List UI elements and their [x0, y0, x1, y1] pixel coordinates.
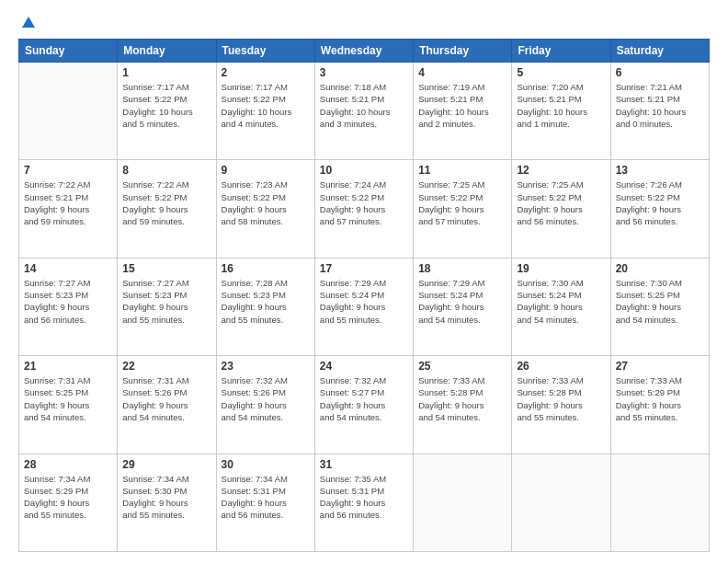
calendar-cell: 22Sunrise: 7:31 AM Sunset: 5:26 PM Dayli…: [118, 356, 216, 454]
weekday-header-friday: Friday: [512, 40, 610, 63]
calendar-cell: 21Sunrise: 7:31 AM Sunset: 5:25 PM Dayli…: [19, 356, 118, 454]
calendar-cell: 18Sunrise: 7:29 AM Sunset: 5:24 PM Dayli…: [414, 258, 512, 355]
day-number: 30: [222, 458, 310, 471]
day-number: 24: [320, 360, 408, 373]
calendar-cell: 19Sunrise: 7:30 AM Sunset: 5:24 PM Dayli…: [512, 258, 610, 355]
day-info: Sunrise: 7:31 AM Sunset: 5:26 PM Dayligh…: [122, 374, 210, 423]
day-info: Sunrise: 7:21 AM Sunset: 5:21 PM Dayligh…: [616, 81, 704, 130]
logo: [18, 15, 37, 31]
calendar-cell: [19, 63, 118, 160]
calendar-cell: 20Sunrise: 7:30 AM Sunset: 5:25 PM Dayli…: [610, 258, 709, 355]
calendar-cell: [512, 454, 610, 551]
calendar-cell: 8Sunrise: 7:22 AM Sunset: 5:22 PM Daylig…: [118, 160, 216, 258]
day-number: 4: [418, 66, 506, 79]
day-number: 7: [24, 164, 112, 177]
page: SundayMondayTuesdayWednesdayThursdayFrid…: [0, 0, 728, 563]
day-info: Sunrise: 7:34 AM Sunset: 5:31 PM Dayligh…: [222, 473, 310, 522]
calendar-week-4: 21Sunrise: 7:31 AM Sunset: 5:25 PM Dayli…: [19, 356, 710, 454]
day-number: 28: [24, 458, 112, 471]
calendar-cell: 14Sunrise: 7:27 AM Sunset: 5:23 PM Dayli…: [19, 258, 118, 355]
day-number: 21: [24, 360, 112, 373]
svg-marker-0: [22, 17, 35, 28]
day-info: Sunrise: 7:18 AM Sunset: 5:21 PM Dayligh…: [320, 81, 408, 130]
calendar-header-row: SundayMondayTuesdayWednesdayThursdayFrid…: [19, 40, 710, 63]
calendar-cell: 7Sunrise: 7:22 AM Sunset: 5:21 PM Daylig…: [19, 160, 118, 258]
calendar-cell: 25Sunrise: 7:33 AM Sunset: 5:28 PM Dayli…: [414, 356, 512, 454]
day-info: Sunrise: 7:28 AM Sunset: 5:23 PM Dayligh…: [222, 277, 310, 326]
day-number: 23: [222, 360, 310, 373]
day-number: 1: [122, 66, 210, 79]
day-info: Sunrise: 7:23 AM Sunset: 5:22 PM Dayligh…: [222, 178, 310, 227]
calendar-week-1: 1Sunrise: 7:17 AM Sunset: 5:22 PM Daylig…: [19, 63, 710, 160]
calendar-cell: 28Sunrise: 7:34 AM Sunset: 5:29 PM Dayli…: [19, 454, 118, 551]
day-info: Sunrise: 7:22 AM Sunset: 5:21 PM Dayligh…: [24, 178, 112, 227]
day-number: 9: [222, 164, 310, 177]
calendar-cell: 16Sunrise: 7:28 AM Sunset: 5:23 PM Dayli…: [216, 258, 314, 355]
calendar-cell: 26Sunrise: 7:33 AM Sunset: 5:28 PM Dayli…: [512, 356, 610, 454]
day-info: Sunrise: 7:26 AM Sunset: 5:22 PM Dayligh…: [616, 178, 704, 227]
day-info: Sunrise: 7:35 AM Sunset: 5:31 PM Dayligh…: [320, 473, 408, 522]
calendar-cell: [414, 454, 512, 551]
day-number: 29: [122, 458, 210, 471]
calendar-cell: 12Sunrise: 7:25 AM Sunset: 5:22 PM Dayli…: [512, 160, 610, 258]
day-number: 26: [517, 360, 605, 373]
day-info: Sunrise: 7:30 AM Sunset: 5:25 PM Dayligh…: [616, 277, 704, 326]
calendar-cell: 15Sunrise: 7:27 AM Sunset: 5:23 PM Dayli…: [118, 258, 216, 355]
day-info: Sunrise: 7:27 AM Sunset: 5:23 PM Dayligh…: [122, 277, 210, 326]
day-info: Sunrise: 7:29 AM Sunset: 5:24 PM Dayligh…: [418, 277, 506, 326]
weekday-header-monday: Monday: [118, 40, 216, 63]
day-info: Sunrise: 7:27 AM Sunset: 5:23 PM Dayligh…: [24, 277, 112, 326]
calendar-cell: [610, 454, 709, 551]
day-info: Sunrise: 7:33 AM Sunset: 5:28 PM Dayligh…: [517, 374, 605, 423]
weekday-header-wednesday: Wednesday: [314, 40, 413, 63]
day-info: Sunrise: 7:31 AM Sunset: 5:25 PM Dayligh…: [24, 374, 112, 423]
day-number: 14: [24, 262, 112, 275]
day-number: 2: [222, 66, 310, 79]
calendar-cell: 24Sunrise: 7:32 AM Sunset: 5:27 PM Dayli…: [314, 356, 413, 454]
day-info: Sunrise: 7:33 AM Sunset: 5:28 PM Dayligh…: [418, 374, 506, 423]
day-number: 31: [320, 458, 408, 471]
day-info: Sunrise: 7:32 AM Sunset: 5:27 PM Dayligh…: [320, 374, 408, 423]
calendar-cell: 3Sunrise: 7:18 AM Sunset: 5:21 PM Daylig…: [314, 63, 413, 160]
day-number: 27: [616, 360, 704, 373]
calendar-cell: 27Sunrise: 7:33 AM Sunset: 5:29 PM Dayli…: [610, 356, 709, 454]
day-number: 11: [418, 164, 506, 177]
day-number: 16: [222, 262, 310, 275]
weekday-header-sunday: Sunday: [19, 40, 118, 63]
calendar-cell: 10Sunrise: 7:24 AM Sunset: 5:22 PM Dayli…: [314, 160, 413, 258]
header: [18, 15, 710, 31]
day-number: 8: [122, 164, 210, 177]
day-number: 10: [320, 164, 408, 177]
day-number: 20: [616, 262, 704, 275]
calendar-cell: 11Sunrise: 7:25 AM Sunset: 5:22 PM Dayli…: [414, 160, 512, 258]
day-number: 12: [517, 164, 605, 177]
calendar-cell: 1Sunrise: 7:17 AM Sunset: 5:22 PM Daylig…: [118, 63, 216, 160]
day-number: 3: [320, 66, 408, 79]
day-info: Sunrise: 7:32 AM Sunset: 5:26 PM Dayligh…: [222, 374, 310, 423]
calendar-cell: 6Sunrise: 7:21 AM Sunset: 5:21 PM Daylig…: [610, 63, 709, 160]
day-number: 6: [616, 66, 704, 79]
day-info: Sunrise: 7:33 AM Sunset: 5:29 PM Dayligh…: [616, 374, 704, 423]
calendar-cell: 13Sunrise: 7:26 AM Sunset: 5:22 PM Dayli…: [610, 160, 709, 258]
day-info: Sunrise: 7:19 AM Sunset: 5:21 PM Dayligh…: [418, 81, 506, 130]
day-number: 22: [122, 360, 210, 373]
calendar-cell: 23Sunrise: 7:32 AM Sunset: 5:26 PM Dayli…: [216, 356, 314, 454]
day-info: Sunrise: 7:17 AM Sunset: 5:22 PM Dayligh…: [222, 81, 310, 130]
weekday-header-saturday: Saturday: [610, 40, 709, 63]
logo-icon: [20, 15, 37, 31]
calendar-table: SundayMondayTuesdayWednesdayThursdayFrid…: [18, 39, 710, 552]
day-number: 17: [320, 262, 408, 275]
day-number: 5: [517, 66, 605, 79]
day-info: Sunrise: 7:25 AM Sunset: 5:22 PM Dayligh…: [517, 178, 605, 227]
weekday-header-tuesday: Tuesday: [216, 40, 314, 63]
calendar-body: 1Sunrise: 7:17 AM Sunset: 5:22 PM Daylig…: [19, 63, 710, 552]
calendar-week-3: 14Sunrise: 7:27 AM Sunset: 5:23 PM Dayli…: [19, 258, 710, 355]
day-number: 25: [418, 360, 506, 373]
calendar-cell: 9Sunrise: 7:23 AM Sunset: 5:22 PM Daylig…: [216, 160, 314, 258]
calendar-cell: 5Sunrise: 7:20 AM Sunset: 5:21 PM Daylig…: [512, 63, 610, 160]
day-info: Sunrise: 7:30 AM Sunset: 5:24 PM Dayligh…: [517, 277, 605, 326]
day-info: Sunrise: 7:20 AM Sunset: 5:21 PM Dayligh…: [517, 81, 605, 130]
day-number: 13: [616, 164, 704, 177]
day-number: 18: [418, 262, 506, 275]
calendar-week-5: 28Sunrise: 7:34 AM Sunset: 5:29 PM Dayli…: [19, 454, 710, 551]
